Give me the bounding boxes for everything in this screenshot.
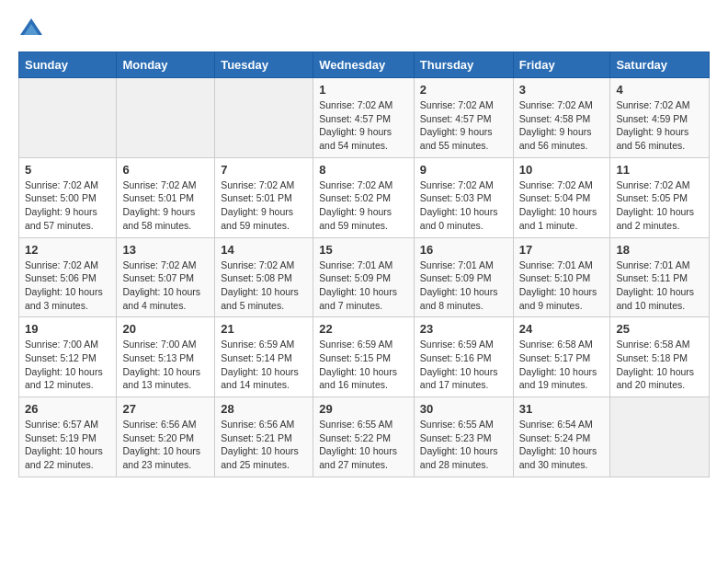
day-number: 28 (221, 402, 307, 416)
calendar-cell: 7Sunrise: 7:02 AM Sunset: 5:01 PM Daylig… (215, 157, 313, 237)
calendar: SundayMondayTuesdayWednesdayThursdayFrid… (18, 52, 710, 477)
day-number: 2 (420, 83, 507, 97)
calendar-cell: 19Sunrise: 7:00 AM Sunset: 5:12 PM Dayli… (19, 317, 117, 397)
day-number: 17 (519, 243, 605, 257)
calendar-cell: 31Sunrise: 6:54 AM Sunset: 5:24 PM Dayli… (513, 397, 610, 477)
calendar-cell: 12Sunrise: 7:02 AM Sunset: 5:06 PM Dayli… (19, 237, 117, 317)
day-number: 12 (25, 243, 110, 257)
logo (18, 17, 48, 42)
day-info: Sunrise: 7:02 AM Sunset: 4:59 PM Dayligh… (616, 98, 703, 153)
day-info: Sunrise: 6:58 AM Sunset: 5:17 PM Dayligh… (519, 338, 605, 392)
page: SundayMondayTuesdayWednesdayThursdayFrid… (0, 0, 728, 494)
day-number: 15 (319, 243, 408, 257)
day-info: Sunrise: 6:59 AM Sunset: 5:14 PM Dayligh… (221, 338, 307, 392)
day-info: Sunrise: 7:02 AM Sunset: 5:04 PM Dayligh… (519, 178, 605, 233)
calendar-week-row: 26Sunrise: 6:57 AM Sunset: 5:19 PM Dayli… (19, 397, 710, 477)
calendar-cell (19, 78, 117, 158)
day-number: 14 (221, 243, 307, 257)
day-number: 24 (519, 322, 605, 336)
calendar-header-thursday: Thursday (414, 52, 513, 78)
calendar-cell: 28Sunrise: 6:56 AM Sunset: 5:21 PM Dayli… (215, 397, 313, 477)
day-info: Sunrise: 6:58 AM Sunset: 5:18 PM Dayligh… (616, 338, 703, 392)
day-info: Sunrise: 7:01 AM Sunset: 5:11 PM Dayligh… (616, 259, 703, 313)
calendar-cell: 21Sunrise: 6:59 AM Sunset: 5:14 PM Dayli… (215, 317, 313, 397)
day-number: 29 (319, 402, 408, 416)
calendar-cell: 9Sunrise: 7:02 AM Sunset: 5:03 PM Daylig… (414, 157, 513, 237)
day-number: 5 (25, 163, 110, 177)
calendar-header-sunday: Sunday (19, 52, 117, 78)
calendar-header-tuesday: Tuesday (215, 52, 313, 78)
calendar-cell: 10Sunrise: 7:02 AM Sunset: 5:04 PM Dayli… (513, 157, 610, 237)
calendar-cell: 4Sunrise: 7:02 AM Sunset: 4:59 PM Daylig… (610, 78, 710, 158)
calendar-cell: 3Sunrise: 7:02 AM Sunset: 4:58 PM Daylig… (513, 78, 610, 158)
calendar-cell: 17Sunrise: 7:01 AM Sunset: 5:10 PM Dayli… (513, 237, 610, 317)
day-info: Sunrise: 6:59 AM Sunset: 5:16 PM Dayligh… (420, 338, 507, 392)
day-number: 30 (420, 402, 507, 416)
day-info: Sunrise: 7:02 AM Sunset: 5:02 PM Dayligh… (319, 178, 408, 233)
day-info: Sunrise: 6:56 AM Sunset: 5:20 PM Dayligh… (122, 418, 209, 472)
day-number: 13 (122, 243, 209, 257)
day-number: 22 (319, 322, 408, 336)
day-info: Sunrise: 7:02 AM Sunset: 5:07 PM Dayligh… (122, 259, 209, 313)
calendar-cell (610, 397, 710, 477)
calendar-week-row: 19Sunrise: 7:00 AM Sunset: 5:12 PM Dayli… (19, 317, 710, 397)
day-number: 3 (519, 83, 605, 97)
calendar-cell (117, 78, 215, 158)
calendar-header-monday: Monday (117, 52, 215, 78)
day-number: 18 (616, 243, 703, 257)
day-number: 7 (221, 163, 307, 177)
day-info: Sunrise: 6:56 AM Sunset: 5:21 PM Dayligh… (221, 418, 307, 472)
day-info: Sunrise: 7:02 AM Sunset: 4:57 PM Dayligh… (420, 98, 507, 153)
calendar-cell: 8Sunrise: 7:02 AM Sunset: 5:02 PM Daylig… (313, 157, 415, 237)
calendar-cell: 26Sunrise: 6:57 AM Sunset: 5:19 PM Dayli… (19, 397, 117, 477)
day-number: 11 (616, 163, 703, 177)
day-number: 10 (519, 163, 605, 177)
calendar-cell (215, 78, 313, 158)
calendar-cell: 25Sunrise: 6:58 AM Sunset: 5:18 PM Dayli… (610, 317, 710, 397)
day-info: Sunrise: 7:00 AM Sunset: 5:13 PM Dayligh… (122, 338, 209, 392)
calendar-cell: 24Sunrise: 6:58 AM Sunset: 5:17 PM Dayli… (513, 317, 610, 397)
day-number: 31 (519, 402, 605, 416)
day-info: Sunrise: 7:02 AM Sunset: 5:08 PM Dayligh… (221, 259, 307, 313)
day-info: Sunrise: 7:01 AM Sunset: 5:09 PM Dayligh… (319, 259, 408, 313)
calendar-cell: 5Sunrise: 7:02 AM Sunset: 5:00 PM Daylig… (19, 157, 117, 237)
logo-icon (18, 17, 44, 42)
day-number: 1 (319, 83, 408, 97)
day-number: 16 (420, 243, 507, 257)
day-info: Sunrise: 7:01 AM Sunset: 5:10 PM Dayligh… (519, 259, 605, 313)
calendar-cell: 16Sunrise: 7:01 AM Sunset: 5:09 PM Dayli… (414, 237, 513, 317)
calendar-cell: 22Sunrise: 6:59 AM Sunset: 5:15 PM Dayli… (313, 317, 415, 397)
calendar-week-row: 1Sunrise: 7:02 AM Sunset: 4:57 PM Daylig… (19, 78, 710, 158)
calendar-cell: 29Sunrise: 6:55 AM Sunset: 5:22 PM Dayli… (313, 397, 415, 477)
day-number: 9 (420, 163, 507, 177)
day-info: Sunrise: 7:02 AM Sunset: 4:58 PM Dayligh… (519, 98, 605, 153)
calendar-cell: 20Sunrise: 7:00 AM Sunset: 5:13 PM Dayli… (117, 317, 215, 397)
calendar-cell: 15Sunrise: 7:01 AM Sunset: 5:09 PM Dayli… (313, 237, 415, 317)
day-info: Sunrise: 6:55 AM Sunset: 5:22 PM Dayligh… (319, 418, 408, 472)
day-number: 21 (221, 322, 307, 336)
day-info: Sunrise: 7:02 AM Sunset: 5:06 PM Dayligh… (25, 259, 110, 313)
day-info: Sunrise: 7:01 AM Sunset: 5:09 PM Dayligh… (420, 259, 507, 313)
calendar-cell: 11Sunrise: 7:02 AM Sunset: 5:05 PM Dayli… (610, 157, 710, 237)
calendar-cell: 14Sunrise: 7:02 AM Sunset: 5:08 PM Dayli… (215, 237, 313, 317)
day-number: 25 (616, 322, 703, 336)
calendar-cell: 30Sunrise: 6:55 AM Sunset: 5:23 PM Dayli… (414, 397, 513, 477)
day-info: Sunrise: 6:54 AM Sunset: 5:24 PM Dayligh… (519, 418, 605, 472)
day-info: Sunrise: 7:00 AM Sunset: 5:12 PM Dayligh… (25, 338, 110, 392)
day-number: 27 (122, 402, 209, 416)
calendar-header-row: SundayMondayTuesdayWednesdayThursdayFrid… (19, 52, 710, 78)
day-info: Sunrise: 7:02 AM Sunset: 5:01 PM Dayligh… (221, 178, 307, 233)
day-number: 23 (420, 322, 507, 336)
day-info: Sunrise: 7:02 AM Sunset: 5:00 PM Dayligh… (25, 178, 110, 233)
day-info: Sunrise: 6:57 AM Sunset: 5:19 PM Dayligh… (25, 418, 110, 472)
day-info: Sunrise: 7:02 AM Sunset: 5:03 PM Dayligh… (420, 178, 507, 233)
calendar-header-saturday: Saturday (610, 52, 710, 78)
day-number: 26 (25, 402, 110, 416)
day-info: Sunrise: 7:02 AM Sunset: 5:05 PM Dayligh… (616, 178, 703, 233)
day-number: 4 (616, 83, 703, 97)
calendar-cell: 18Sunrise: 7:01 AM Sunset: 5:11 PM Dayli… (610, 237, 710, 317)
header (18, 17, 710, 42)
calendar-cell: 1Sunrise: 7:02 AM Sunset: 4:57 PM Daylig… (313, 78, 415, 158)
calendar-week-row: 5Sunrise: 7:02 AM Sunset: 5:00 PM Daylig… (19, 157, 710, 237)
calendar-header-wednesday: Wednesday (313, 52, 415, 78)
